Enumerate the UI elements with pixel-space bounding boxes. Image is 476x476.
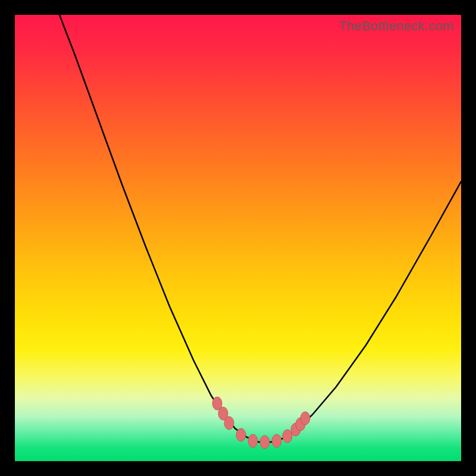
data-marker <box>300 412 310 425</box>
curve-line <box>60 15 461 442</box>
plot-area: TheBottleneck.com <box>15 15 461 461</box>
chart-frame: TheBottleneck.com <box>0 0 476 476</box>
curve-markers <box>212 397 310 449</box>
data-marker <box>283 430 292 443</box>
data-marker <box>272 434 281 447</box>
data-marker <box>236 428 246 441</box>
bottleneck-curve <box>15 15 461 461</box>
data-marker <box>224 416 234 430</box>
data-marker <box>248 434 258 447</box>
data-marker <box>260 436 270 449</box>
